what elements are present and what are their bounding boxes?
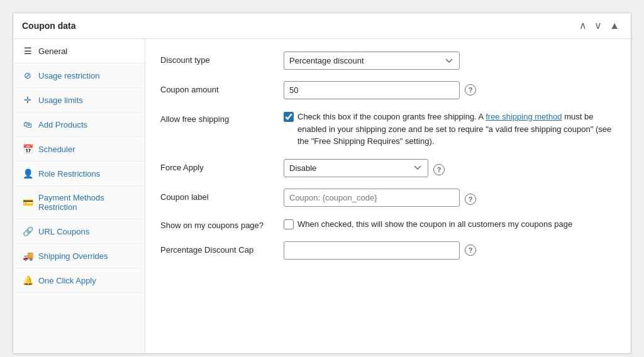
force-apply-row: Force Apply Disable Enable ?: [160, 159, 616, 177]
main-content: Discount type Percentage discount Fixed …: [145, 39, 631, 353]
free-shipping-method-link[interactable]: free shipping method: [486, 112, 562, 121]
coupon-amount-help-icon[interactable]: ?: [465, 84, 476, 96]
show-coupons-checkbox-wrap: When checked, this will show the coupon …: [284, 218, 572, 231]
allow-free-shipping-control: Check this box if the coupon grants free…: [284, 111, 616, 148]
panel-header: Coupon data ∧ ∨ ▲: [13, 13, 631, 39]
sidebar-label-usage-restriction: Usage restriction: [38, 71, 100, 80]
one-click-apply-icon: 🔔: [22, 275, 33, 285]
payment-methods-icon: 💳: [22, 197, 33, 207]
percentage-discount-cap-row: Percentage Discount Cap ?: [160, 241, 616, 260]
panel-body: ☰ General ⊘ Usage restriction ✛ Usage li…: [13, 39, 631, 353]
percentage-discount-cap-help-icon[interactable]: ?: [465, 244, 476, 256]
percentage-discount-cap-label: Percentage Discount Cap: [160, 241, 274, 255]
sidebar-item-scheduler[interactable]: 📅 Scheduler: [13, 137, 145, 162]
sidebar: ☰ General ⊘ Usage restriction ✛ Usage li…: [13, 39, 145, 353]
show-coupons-text: When checked, this will show the coupon …: [297, 218, 572, 231]
coupon-label-control: ?: [284, 189, 616, 207]
coupon-amount-label: Coupon amount: [160, 81, 274, 94]
allow-free-shipping-checkbox-wrap: Check this box if the coupon grants free…: [284, 111, 616, 148]
usage-limits-icon: ✛: [22, 95, 33, 105]
coupon-amount-control: ?: [284, 81, 616, 99]
url-coupons-icon: 🔗: [22, 226, 33, 236]
sidebar-item-payment-methods[interactable]: 💳 Payment Methods Restriction: [13, 186, 145, 219]
shipping-overrides-icon: 🚚: [22, 251, 33, 261]
force-apply-help-icon[interactable]: ?: [433, 164, 445, 175]
allow-free-shipping-checkbox[interactable]: [284, 112, 294, 122]
sidebar-item-role-restrictions[interactable]: 👤 Role Restrictions: [13, 162, 145, 186]
sidebar-label-role-restrictions: Role Restrictions: [38, 169, 100, 178]
sidebar-label-payment-methods: Payment Methods Restriction: [38, 193, 136, 212]
scheduler-icon: 📅: [22, 144, 33, 154]
sidebar-item-one-click-apply[interactable]: 🔔 One Click Apply: [13, 268, 145, 293]
force-apply-label: Force Apply: [160, 159, 274, 172]
sidebar-label-add-products: Add Products: [38, 120, 87, 129]
allow-free-shipping-label: Allow free shipping: [160, 111, 274, 124]
discount-type-control: Percentage discount Fixed cart discount …: [284, 52, 616, 70]
show-coupons-checkbox[interactable]: [284, 219, 294, 229]
percentage-discount-cap-control: ?: [284, 241, 616, 260]
coupon-label-label: Coupon label: [160, 189, 274, 202]
sidebar-item-general[interactable]: ☰ General: [13, 39, 145, 63]
sidebar-label-usage-limits: Usage limits: [38, 96, 83, 105]
sidebar-item-shipping-overrides[interactable]: 🚚 Shipping Overrides: [13, 244, 145, 268]
sidebar-item-usage-limits[interactable]: ✛ Usage limits: [13, 88, 145, 113]
coupon-amount-input[interactable]: [284, 81, 460, 99]
panel-title: Coupon data: [22, 21, 76, 31]
coupon-label-input[interactable]: [284, 189, 460, 207]
sidebar-item-url-coupons[interactable]: 🔗 URL Coupons: [13, 219, 145, 244]
general-icon: ☰: [22, 46, 33, 56]
add-products-icon: 🛍: [22, 119, 33, 129]
percentage-discount-cap-input[interactable]: [284, 241, 460, 260]
role-restrictions-icon: 👤: [22, 168, 33, 178]
sidebar-label-shipping-overrides: Shipping Overrides: [38, 251, 108, 261]
force-apply-select[interactable]: Disable Enable: [284, 159, 428, 177]
sidebar-label-general: General: [38, 47, 67, 56]
discount-type-label: Discount type: [160, 52, 274, 65]
collapse-down-icon[interactable]: ∨: [592, 19, 604, 32]
coupon-label-row: Coupon label ?: [160, 189, 616, 207]
allow-free-shipping-text: Check this box if the coupon grants free…: [297, 111, 616, 148]
panel-controls: ∧ ∨ ▲: [577, 19, 622, 32]
allow-free-shipping-row: Allow free shipping Check this box if th…: [160, 111, 616, 148]
sidebar-item-usage-restriction[interactable]: ⊘ Usage restriction: [13, 63, 145, 88]
sidebar-label-one-click-apply: One Click Apply: [38, 276, 96, 285]
force-apply-control: Disable Enable ?: [284, 159, 616, 177]
coupon-amount-row: Coupon amount ?: [160, 81, 616, 99]
sidebar-label-url-coupons: URL Coupons: [38, 227, 89, 236]
usage-restriction-icon: ⊘: [22, 70, 33, 80]
sidebar-item-add-products[interactable]: 🛍 Add Products: [13, 113, 145, 137]
coupon-label-help-icon[interactable]: ?: [465, 194, 476, 205]
collapse-up-icon[interactable]: ∧: [577, 19, 589, 32]
collapse-icon[interactable]: ▲: [607, 19, 622, 32]
coupon-panel: Coupon data ∧ ∨ ▲ ☰ General ⊘ Usage rest…: [13, 13, 631, 354]
sidebar-label-scheduler: Scheduler: [38, 145, 75, 154]
show-coupons-row: Show on my coupons page? When checked, t…: [160, 218, 616, 231]
discount-type-row: Discount type Percentage discount Fixed …: [160, 52, 616, 70]
show-coupons-label: Show on my coupons page?: [160, 218, 274, 230]
discount-type-select[interactable]: Percentage discount Fixed cart discount …: [284, 52, 460, 70]
show-coupons-control: When checked, this will show the coupon …: [284, 218, 616, 231]
